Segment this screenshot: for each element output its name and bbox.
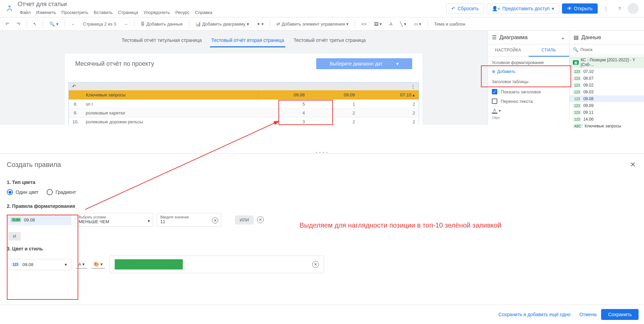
text-button[interactable]: A — [387, 20, 395, 28]
data-field-item[interactable]: 12309.09 — [569, 102, 644, 109]
tab-style[interactable]: СТИЛЬ — [529, 44, 569, 57]
font-controls: A ▾ — [492, 108, 565, 113]
show-header-checkbox[interactable]: ✓Показать заголовок — [492, 87, 565, 96]
data-field-item[interactable]: 12307.10 — [569, 68, 644, 75]
radio-gradient[interactable]: Градиент — [47, 189, 76, 195]
page-next[interactable]: → — [121, 20, 131, 28]
menu-help[interactable]: Справка — [193, 9, 214, 16]
font-size-label: 14px — [492, 115, 565, 120]
add-cond-format[interactable]: ⊕Добавить — [492, 69, 515, 74]
zoom-tool[interactable]: 🔍 ▾ — [47, 20, 61, 28]
data-icon: 🗄 — [141, 21, 145, 27]
title-block: Отчет для статьи Файл Изменить Просмотре… — [18, 1, 214, 16]
chart-panel-tabs: НАСТРОЙКА СТИЛЬ — [488, 44, 569, 57]
data-table: Ключевые запросы 09.08 09.09 07.10 ▴ 8.s… — [69, 90, 419, 125]
remove-rule-icon[interactable]: ✕ — [257, 216, 264, 223]
plus-circle-icon: ⊕ — [492, 69, 495, 74]
col-09-08[interactable]: 09.08 — [258, 90, 308, 100]
redo-button[interactable]: ↷ — [14, 20, 23, 28]
step3-title: 3. Цвет и стиль — [7, 246, 637, 251]
person-add-icon: 👤+ — [492, 6, 500, 11]
wrap-text-checkbox[interactable]: Перенос текста — [492, 96, 565, 106]
avatar[interactable] — [628, 3, 639, 14]
or-chip[interactable]: ИЛИ — [235, 215, 254, 225]
page-prev[interactable]: ← — [68, 20, 78, 28]
menu-edit[interactable]: Изменить — [34, 9, 58, 16]
report-canvas[interactable]: Месячный отчёт по проекту Выберите диапа… — [65, 53, 422, 125]
report-title: Месячный отчёт по проекту — [75, 60, 316, 67]
help-icon[interactable]: ? — [614, 3, 625, 14]
table-row: 10.роликовые дорожки рельсы322 — [69, 118, 419, 125]
line-button[interactable]: ╲ ▾ — [397, 20, 409, 28]
menu-insert[interactable]: Вставить — [92, 9, 115, 16]
data-field-item[interactable]: 12308.07 — [569, 75, 644, 82]
save-and-add-button[interactable]: Сохранить и добавить ещё одно — [495, 309, 575, 320]
undo-icon: ↶ — [451, 6, 455, 11]
data-source-item[interactable]: ▦КС - Позиции [2021-2022] - Y [Спб-... — [569, 57, 644, 68]
data-search[interactable]: 🔍Поиск — [569, 44, 644, 55]
data-field-item[interactable]: 12314.06 — [569, 116, 644, 123]
cond-format-title: Условное форматирование — [492, 60, 565, 65]
tab-page3[interactable]: Тестовый отчёт третья страница — [292, 35, 367, 47]
rules-footer: Сохранить и добавить ещё одно Отмена Сох… — [0, 305, 644, 324]
share-button[interactable]: 👤+Предоставить доступ▾ — [487, 3, 559, 14]
tab-page1[interactable]: Тестовый отчёт титульная страница — [120, 35, 203, 47]
reset-button[interactable]: ↶Сбросить — [446, 3, 484, 14]
data-field-item[interactable]: 12309.08 — [569, 95, 644, 102]
shape-button[interactable]: ▭ ▾ — [411, 20, 424, 28]
cursor-tool[interactable]: ↖ — [30, 20, 39, 28]
menu-file[interactable]: Файл — [18, 9, 33, 16]
clear-icon[interactable]: ✕ — [212, 217, 218, 223]
and-chip[interactable]: И — [8, 232, 21, 241]
col-07-10[interactable]: 07.10 ▴ — [358, 90, 419, 100]
more-icon[interactable]: ⋮ — [411, 84, 415, 89]
undo-button[interactable]: ↶ — [3, 20, 12, 28]
cancel-button[interactable]: Отмена — [575, 309, 600, 320]
doc-title[interactable]: Отчет для статьи — [18, 1, 214, 8]
save-button[interactable]: Сохранить — [601, 309, 639, 320]
eye-icon: 👁 — [567, 6, 572, 11]
color-swatch — [115, 259, 183, 269]
more-options-button[interactable]: ⋮ — [600, 3, 611, 14]
page-indicator[interactable]: Страница 2 из 3 — [80, 20, 119, 28]
theme-button[interactable]: Тема и шаблон — [431, 20, 468, 28]
data-field-item[interactable]: 12309.11 — [569, 109, 644, 116]
table-header-title: Заголовок таблицы — [492, 79, 565, 84]
embed-button[interactable]: <> — [358, 20, 369, 28]
community-button[interactable]: ✦ ▾ — [254, 20, 267, 28]
fill-color-dropdown[interactable]: 🎨 ▾ — [92, 260, 105, 268]
add-data-button[interactable]: 🗄Добавить данные — [138, 20, 186, 28]
step2-title: 2. Правила форматирования — [7, 203, 637, 209]
col-09-09[interactable]: 09.09 — [308, 90, 358, 100]
add-control-button[interactable]: ⇄Добавить элемент управления ▾ — [274, 20, 351, 28]
value-input[interactable]: Введите значение 11 ✕ — [157, 213, 221, 227]
remove-style-icon[interactable]: ✕ — [312, 261, 319, 268]
menu-view[interactable]: Просмотреть — [60, 9, 91, 16]
data-table-component[interactable]: ↶ ⋮ Ключевые запросы 09.08 09.09 07.10 ▴… — [68, 82, 419, 125]
chevron-down-icon[interactable]: ▾ — [499, 108, 501, 113]
chevron-down-icon[interactable]: ⌄ — [561, 34, 565, 41]
style-field-selector[interactable]: 12309.08▾ — [7, 259, 71, 270]
data-field-item[interactable]: ABCКлючевые запросы — [569, 123, 644, 129]
data-field-item[interactable]: 12309.02 — [569, 82, 644, 89]
canvas-title-bar: Месячный отчёт по проекту Выберите диапа… — [65, 53, 422, 74]
menu-arrange[interactable]: Упорядочить — [142, 9, 172, 16]
close-icon[interactable]: ✕ — [629, 159, 637, 170]
menu-resource[interactable]: Ресурс — [173, 9, 192, 16]
menu-page[interactable]: Страница — [116, 9, 140, 16]
date-range-selector[interactable]: Выберите диапазон дат▾ — [316, 58, 412, 69]
col-queries[interactable]: Ключевые запросы — [82, 90, 258, 100]
font-color-button[interactable]: A — [492, 108, 497, 113]
image-button[interactable]: 🖼 ▾ — [371, 20, 385, 28]
font-color-dropdown[interactable]: A ▾ — [76, 260, 87, 268]
tab-page2[interactable]: Тестовый отчёт вторая страница — [210, 35, 286, 47]
radio-single-color[interactable]: Один цвет — [7, 189, 38, 195]
condition-select[interactable]: Выбрать условие МЕНЬШЕ ЧЕМ ▾ — [75, 213, 153, 227]
field-selector[interactable]: SUM09.08 — [7, 215, 71, 225]
tab-setup[interactable]: НАСТРОЙКА — [488, 44, 529, 57]
undo-icon[interactable]: ↶ — [72, 84, 76, 89]
table-row: 9.роликовые каретки422 — [69, 109, 419, 118]
open-button[interactable]: 👁Открыть — [562, 3, 598, 14]
add-chart-button[interactable]: 📊Добавить диаграмму ▾ — [193, 20, 252, 28]
data-field-item[interactable]: 12309.03 — [569, 89, 644, 95]
